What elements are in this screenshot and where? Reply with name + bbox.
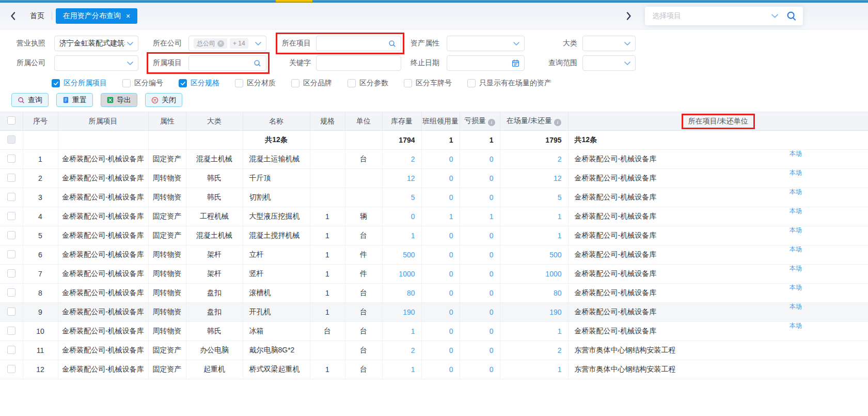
option-unchecked[interactable]: 区分参数: [348, 79, 388, 88]
end-date-input[interactable]: [452, 56, 510, 70]
checkbox-icon[interactable]: [235, 79, 243, 87]
row-checkbox[interactable]: [7, 346, 15, 354]
cell-team-link[interactable]: 1: [421, 207, 460, 226]
cell-team-link[interactable]: 0: [421, 188, 460, 207]
asset-attr-select[interactable]: [447, 36, 525, 51]
cell-team-link[interactable]: 0: [421, 341, 460, 360]
cell-onsite-link[interactable]: 2: [500, 150, 568, 169]
cell-loss-link[interactable]: 0: [460, 360, 500, 379]
option-unchecked[interactable]: 区分品牌: [291, 79, 332, 88]
owner-company-select[interactable]: [54, 55, 138, 71]
cell-onsite-link[interactable]: 1000: [500, 265, 568, 284]
cell-stock-link[interactable]: 1: [382, 322, 421, 341]
cell-team-link[interactable]: 0: [421, 322, 460, 341]
onsite-tag-link[interactable]: 本场: [790, 226, 802, 234]
checkbox-icon[interactable]: [122, 79, 131, 87]
project-in-search[interactable]: [316, 36, 401, 51]
cell-team-link[interactable]: 0: [421, 169, 460, 188]
cell-onsite-link[interactable]: 1: [500, 322, 568, 341]
row-checkbox[interactable]: [7, 327, 15, 335]
magnifier-icon[interactable]: [254, 59, 261, 67]
cell-loss-link[interactable]: 0: [460, 303, 500, 322]
cell-team-link[interactable]: 0: [421, 303, 460, 322]
cell-stock-link[interactable]: 5: [382, 188, 421, 207]
cell-loss-link[interactable]: 0: [460, 245, 500, 265]
export-button[interactable]: 导出: [101, 93, 137, 107]
forward-chevron-icon[interactable]: [623, 10, 635, 22]
query-scope-select[interactable]: [582, 55, 636, 71]
row-checkbox[interactable]: [7, 269, 15, 278]
query-button[interactable]: 查询: [11, 93, 49, 107]
option-checked[interactable]: 区分所属项目: [52, 79, 107, 88]
cell-loss-link[interactable]: 1: [460, 207, 500, 226]
cell-team-link[interactable]: 0: [421, 150, 460, 169]
back-chevron-icon[interactable]: [7, 10, 19, 22]
checkbox-icon[interactable]: [348, 79, 356, 87]
cell-loss-link[interactable]: 0: [460, 226, 500, 245]
cell-stock-link[interactable]: 1000: [382, 265, 421, 284]
cell-onsite-link[interactable]: 5: [500, 188, 568, 207]
cell-onsite-link[interactable]: 190: [500, 303, 568, 322]
close-button[interactable]: 关闭: [145, 93, 182, 107]
row-checkbox[interactable]: [7, 155, 15, 163]
cell-loss-link[interactable]: 0: [460, 188, 500, 207]
end-date-field[interactable]: [447, 55, 525, 71]
row-checkbox[interactable]: [7, 231, 15, 239]
option-unchecked[interactable]: 区分车牌号: [404, 79, 452, 88]
cell-loss-link[interactable]: 0: [460, 341, 500, 360]
cell-onsite-link[interactable]: 500: [500, 245, 568, 265]
tab-active-asset-query[interactable]: 在用资产分布查询 ×: [56, 8, 137, 24]
onsite-tag-link[interactable]: 本场: [790, 150, 802, 158]
cell-onsite-link[interactable]: 1: [500, 360, 568, 379]
cell-team-link[interactable]: 0: [421, 284, 460, 303]
cell-stock-link[interactable]: 80: [382, 284, 421, 303]
select-all-checkbox[interactable]: [7, 116, 15, 125]
row-checkbox[interactable]: [7, 193, 15, 201]
project-select[interactable]: 选择项目: [645, 7, 803, 25]
cell-loss-link[interactable]: 0: [460, 169, 500, 188]
onsite-tag-link[interactable]: 本场: [790, 284, 802, 291]
magnifier-icon[interactable]: [388, 40, 396, 48]
row-checkbox[interactable]: [7, 212, 15, 220]
cell-stock-link[interactable]: 2: [382, 341, 421, 360]
option-unchecked[interactable]: 区分材质: [235, 79, 276, 88]
cell-onsite-link[interactable]: 1: [500, 226, 568, 245]
tab-home[interactable]: 首页: [30, 11, 44, 21]
checkbox-icon[interactable]: [179, 79, 187, 87]
company-in-multiselect[interactable]: 总公司× + 14: [188, 36, 266, 51]
cell-team-link[interactable]: 0: [421, 245, 460, 265]
onsite-tag-link[interactable]: 本场: [790, 245, 802, 253]
cell-team-link[interactable]: 0: [421, 360, 460, 379]
row-checkbox[interactable]: [7, 288, 15, 297]
reset-button[interactable]: 重置: [56, 93, 93, 107]
onsite-tag-link[interactable]: 本场: [790, 169, 802, 177]
project-in-input[interactable]: [321, 36, 386, 51]
option-unchecked[interactable]: 只显示有在场量的资产: [467, 79, 551, 88]
owner-project-search[interactable]: [188, 55, 266, 71]
onsite-tag-link[interactable]: 本场: [790, 265, 802, 272]
row-checkbox[interactable]: [7, 307, 15, 316]
calendar-icon[interactable]: [512, 59, 519, 67]
row-checkbox[interactable]: [7, 174, 15, 182]
option-checked[interactable]: 区分规格: [179, 79, 219, 88]
keyword-input[interactable]: [321, 56, 396, 70]
cell-team-link[interactable]: 0: [421, 226, 460, 245]
cell-stock-link[interactable]: 12: [382, 169, 421, 188]
cell-loss-link[interactable]: 0: [460, 265, 500, 284]
close-tab-icon[interactable]: ×: [126, 12, 130, 20]
cell-onsite-link[interactable]: 2: [500, 341, 568, 360]
cell-stock-link[interactable]: 0: [382, 207, 421, 226]
cell-stock-link[interactable]: 1: [382, 226, 421, 245]
row-checkbox[interactable]: [7, 135, 15, 144]
checkbox-icon[interactable]: [52, 79, 60, 87]
row-checkbox[interactable]: [7, 250, 15, 258]
cell-onsite-link[interactable]: 12: [500, 169, 568, 188]
tag-remove-icon[interactable]: ×: [217, 40, 224, 47]
option-unchecked[interactable]: 区分编号: [122, 79, 163, 88]
onsite-tag-link[interactable]: 本场: [790, 188, 802, 196]
onsite-tag-link[interactable]: 本场: [790, 322, 802, 330]
onsite-tag-link[interactable]: 本场: [790, 207, 802, 215]
major-class-select[interactable]: [582, 36, 636, 51]
cell-stock-link[interactable]: 2: [382, 150, 421, 169]
cell-onsite-link[interactable]: 1: [500, 207, 568, 226]
